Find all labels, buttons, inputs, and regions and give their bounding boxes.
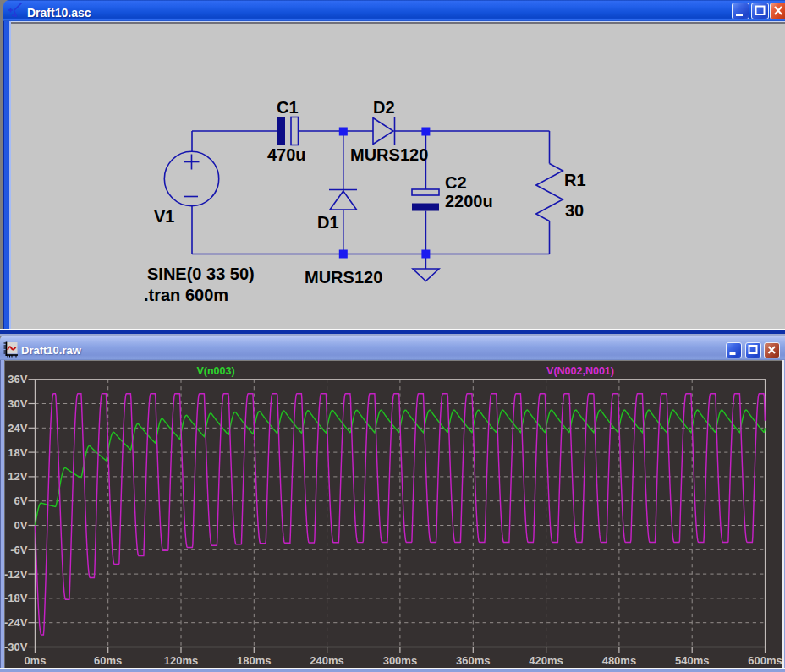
svg-text:SINE(0 33 50): SINE(0 33 50): [147, 265, 255, 283]
svg-text:180ms: 180ms: [237, 654, 271, 667]
svg-text:MURS120: MURS120: [305, 268, 382, 287]
svg-text:V(n003): V(n003): [196, 365, 234, 377]
svg-text:540ms: 540ms: [675, 654, 709, 667]
svg-text:420ms: 420ms: [529, 654, 563, 667]
svg-text:C2: C2: [445, 173, 467, 192]
svg-text:-24V: -24V: [4, 616, 28, 629]
svg-text:D1: D1: [317, 213, 339, 232]
svg-text:0V: 0V: [14, 519, 28, 532]
svg-text:V1: V1: [154, 207, 174, 226]
svg-text:.tran 600m: .tran 600m: [144, 286, 228, 304]
svg-text:470u: 470u: [267, 145, 306, 164]
svg-text:6V: 6V: [14, 494, 28, 507]
svg-text:30: 30: [565, 201, 584, 220]
svg-text:2200u: 2200u: [445, 192, 493, 210]
svg-text:120ms: 120ms: [164, 654, 198, 667]
svg-text:D2: D2: [373, 98, 395, 117]
svg-text:V(N002,N001): V(N002,N001): [546, 365, 614, 377]
svg-text:-6V: -6V: [10, 544, 28, 556]
svg-text:240ms: 240ms: [310, 654, 343, 667]
svg-text:-30V: -30V: [4, 641, 28, 653]
svg-text:300ms: 300ms: [383, 654, 417, 667]
svg-text:18V: 18V: [8, 446, 27, 459]
svg-text:12V: 12V: [8, 470, 27, 483]
svg-text:480ms: 480ms: [602, 654, 636, 667]
svg-text:360ms: 360ms: [456, 654, 490, 667]
svg-text:36V: 36V: [8, 373, 27, 385]
svg-text:30V: 30V: [8, 397, 27, 410]
svg-text:600ms: 600ms: [748, 654, 782, 667]
svg-text:C1: C1: [277, 98, 299, 117]
svg-text:24V: 24V: [8, 422, 27, 434]
svg-text:60ms: 60ms: [94, 654, 122, 667]
svg-text:-18V: -18V: [4, 592, 28, 604]
svg-text:0ms: 0ms: [24, 654, 46, 667]
svg-text:MURS120: MURS120: [350, 145, 428, 164]
svg-text:R1: R1: [564, 171, 586, 189]
svg-text:-12V: -12V: [4, 568, 28, 581]
